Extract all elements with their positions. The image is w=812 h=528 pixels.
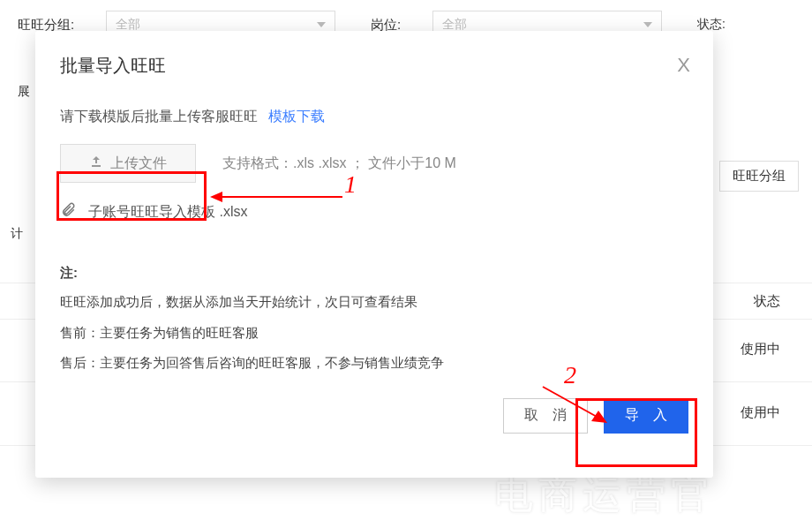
instruction-text: 请下载模版后批量上传客服旺旺 (60, 109, 258, 124)
template-download-link[interactable]: 模板下载 (268, 109, 325, 124)
uploaded-file-name: 子账号旺旺导入模板 .xlsx (88, 203, 247, 222)
svg-marker-1 (210, 192, 222, 202)
import-modal: 批量导入旺旺 X 请下载模版后批量上传客服旺旺 模板下载 上传文件 支持格式：.… (35, 31, 713, 478)
chevron-down-icon (317, 22, 326, 27)
uploaded-file[interactable]: 子账号旺旺导入模板 .xlsx (60, 202, 688, 223)
format-hint: 支持格式：.xls .xlsx ； 文件小于10 M (222, 155, 456, 173)
group-button[interactable]: 旺旺分组 (719, 161, 799, 192)
cancel-button[interactable]: 取 消 (503, 398, 588, 434)
modal-title: 批量导入旺旺 (60, 54, 688, 78)
count-label: 计 (11, 226, 23, 242)
note-line: 售后：主要任务为回答售后咨询的旺旺客服，不参与销售业绩竞争 (60, 353, 688, 373)
note-title: 注: (60, 265, 688, 282)
note-section: 注: 旺旺添加成功后，数据从添加当天开始统计，次日可查看结果 售前：主要任务为销… (60, 265, 688, 373)
import-button[interactable]: 导 入 (604, 398, 688, 434)
table-row-status: 使用中 (741, 404, 780, 421)
close-icon[interactable]: X (677, 54, 690, 77)
table-row-status: 使用中 (741, 341, 780, 358)
note-line: 售前：主要任务为销售的旺旺客服 (60, 323, 688, 343)
upload-button-label: 上传文件 (110, 155, 167, 173)
note-line: 旺旺添加成功后，数据从添加当天开始统计，次日可查看结果 (60, 292, 688, 313)
chevron-down-icon (643, 22, 652, 27)
upload-icon (89, 155, 103, 172)
paperclip-icon (60, 202, 76, 223)
expand-text: 展 (18, 84, 30, 100)
upload-button[interactable]: 上传文件 (60, 144, 196, 183)
